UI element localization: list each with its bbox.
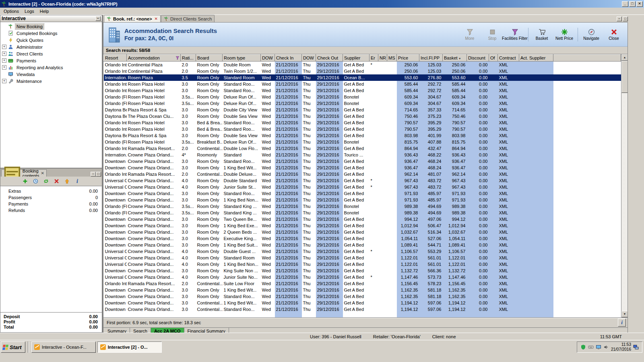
table-row[interactable]: Downtown ...Crowne Plaza Orland...3.0Roo… [104,222,621,229]
column-header-price[interactable]: Price [397,55,419,62]
column-header-supplier[interactable]: Supplier [343,55,369,62]
menu-logs[interactable]: Logs [22,8,37,14]
column-header-contract[interactable]: Contract [498,55,519,62]
info-button[interactable]: i [73,177,81,185]
expander-icon[interactable]: + [2,58,6,63]
sidebar-item-reporting-and-analytics[interactable]: +Reporting and Analytics [0,64,102,71]
menu-help[interactable]: Help [37,8,52,14]
booking-contents-close-icon[interactable]: ✕ [41,171,44,175]
column-header-resort[interactable]: Resort [104,55,127,62]
taskbar-window-interactive-ocean-f[interactable]: Interactive - Ocean-F... [31,341,96,353]
table-row[interactable]: Downtown ...Crowne Plaza Orland...3.0Roo… [104,229,621,235]
column-header-basket[interactable]: Basket▼ [443,55,467,62]
scroll-up-icon[interactable]: ▲ [621,54,627,61]
tab-close-icon[interactable]: ✕ [155,16,158,21]
table-row[interactable]: Universal O...Crowne Plaza Orland...4.0R… [104,274,621,280]
booking-contents-row-payments[interactable]: Payments0.00 [0,202,102,208]
stop-button[interactable]: Stop [482,27,503,41]
column-header-of[interactable]: Of [489,55,498,62]
table-row[interactable]: Orlando (FL)Rosen Plaza Hotel3.5s...Room… [104,94,621,100]
sidebar-item-new-booking[interactable]: New Booking [0,23,102,30]
expander-icon[interactable]: + [2,79,6,83]
network-icon[interactable] [633,344,639,350]
table-row[interactable]: Downtown ...Crowne Plaza Orland...3.0Roo… [104,235,621,242]
column-header-room-type[interactable]: Room type [223,55,261,62]
table-row[interactable]: Daytona Be...Plaza Resort & Spa3.0Room O… [104,107,621,113]
table-row[interactable]: Orlando Int...Continental Plaza2.0Room O… [104,68,621,74]
column-header-check-out[interactable]: Check Out [316,55,343,62]
table-row[interactable]: Daytona Be...The Plaza Ocean Clu...3.0Ro… [104,113,621,119]
sidebar-item-viewdata[interactable]: Viewdata [0,71,102,78]
table-row[interactable]: Orlando (FL)Crowne Plaza Orland...3.5s..… [104,203,621,210]
column-header-incl-fl-pp[interactable]: Incl.Fl.PP [419,55,443,62]
column-header-nr[interactable]: NR [378,55,387,62]
maximize-button[interactable]: □ [629,1,636,7]
booking-summary-row-deposit[interactable]: Deposit0.00 [4,314,98,319]
table-row[interactable]: Downtown ...Crowne Plaza Orland...3.0Roo… [104,165,621,171]
table-row[interactable]: Orlando Int...Continental Plaza2.0Room O… [104,62,621,68]
column-header-board[interactable]: Board [196,55,223,62]
sidebar-collapse-button[interactable]: − [95,16,101,21]
sidebar-item-completed-bookings[interactable]: Completed Bookings [0,30,102,37]
table-row[interactable]: Downtown ...Crowne Plaza Orland...3.0Roo… [104,158,621,165]
scroll-down-icon[interactable]: ▼ [621,311,627,317]
column-header-check-in[interactable]: Check In [275,55,302,62]
booking-summary-row-profit[interactable]: Profit0.00 [4,319,98,325]
close-button[interactable]: ✕ [636,1,643,7]
booking-contents-row-refunds[interactable]: Refunds0.00 [0,208,102,214]
filter-funnel-icon[interactable] [175,56,180,61]
sidebar-item-maintenance[interactable]: +Maintenance [0,78,102,84]
table-row[interactable]: Internation...Crowne Plaza Orland...4*Ro… [104,152,621,158]
refresh-button[interactable] [42,177,50,185]
booking-contents-maximize-button[interactable]: □ [96,172,101,177]
minimize-button[interactable]: _ [622,1,628,7]
table-row[interactable]: Orlando Int...Ramada Plaza Resort...2.0C… [104,145,621,152]
table-row[interactable]: Orlando Int...Rosen Plaza Hotel3.0Bed & … [104,126,621,132]
nett-price-button[interactable]: Nett Price [554,27,575,41]
sidebar-item-payments[interactable]: +Payments [0,57,102,64]
table-row[interactable]: Internation...Rosen Plaza3.5Room OnlySta… [104,74,621,81]
sidebar-item-quick-quotes[interactable]: Quick Quotes [0,37,102,43]
booking-contents-tab[interactable]: Booking contents ✕ [1,169,47,177]
table-row[interactable]: Universal O...Crowne Plaza Orland...4.0R… [104,184,621,190]
tab-direct-clients-search[interactable]: Direct Clients Search [161,15,215,22]
more-button[interactable]: More [459,27,480,41]
menu-options[interactable]: Options [1,8,22,14]
column-header-dow[interactable]: DOW [261,55,275,62]
column-header-act-supplier[interactable]: Act. Supplier [519,55,553,62]
booking-summary-row-total[interactable]: Total0.00 [4,325,98,330]
add-item-button[interactable] [21,177,29,185]
mdi-minimize-button[interactable]: − [617,16,622,21]
basket-button[interactable]: Basket [531,27,552,41]
sidebar-item-direct-clients[interactable]: +Direct Clients [0,50,102,57]
scroll-thumb[interactable] [621,61,627,93]
column-header-dow[interactable]: DOW [302,55,316,62]
booking-contents-row-extras[interactable]: Extras0.00 [0,189,102,195]
column-header-discount[interactable]: Discount [467,55,489,62]
move-up-button[interactable] [63,177,71,185]
table-row[interactable]: Downtown ...Crowne Plaza Orland...3.0Roo… [104,267,621,274]
table-row[interactable]: Downtown ...Crowne Plaza Orland...3.0Roo… [104,287,621,293]
table-row[interactable]: Orlando Int...Ramada Plaza Resort...2.0C… [104,171,621,177]
table-row[interactable]: Universal O...Crowne Plaza Orland...4.0R… [104,248,621,255]
facilities-filter-button[interactable]: Facilities Filter [504,27,525,41]
table-row[interactable]: Orlando (FL)Rosen Plaza Hotel3.5s...Brea… [104,139,621,145]
table-row[interactable]: Orlando Int...Rosen Plaza Hotel3.0Bed & … [104,119,621,126]
table-row[interactable]: Universal O...Crowne Plaza Orland...4.0R… [104,177,621,184]
booking-contents-minimize-button[interactable]: − [91,172,96,177]
antivirus-icon[interactable] [580,344,586,350]
table-row[interactable]: Orlando (FL)Rosen Plaza Hotel3.5s...Room… [104,100,621,107]
sidebar-item-administrator[interactable]: +Administrator [0,43,102,50]
table-row[interactable]: Orlando Int...Rosen Plaza Hotel3.0Room O… [104,81,621,87]
expander-icon[interactable]: + [2,65,6,70]
navigate-button[interactable]: Navigate [581,27,602,41]
delete-button[interactable] [52,177,60,185]
column-header-rati[interactable]: Rati... [181,55,196,62]
expander-icon[interactable]: + [2,51,6,56]
close-results-button[interactable]: Close [603,27,624,41]
history-button[interactable] [31,177,39,185]
table-row[interactable]: Daytona Be...Plaza Resort & Spa3.0Room O… [104,132,621,139]
volume-icon[interactable] [603,344,609,350]
mdi-restore-button[interactable]: □ [623,16,628,21]
vertical-scrollbar[interactable]: ▲ ▼ [621,54,627,317]
